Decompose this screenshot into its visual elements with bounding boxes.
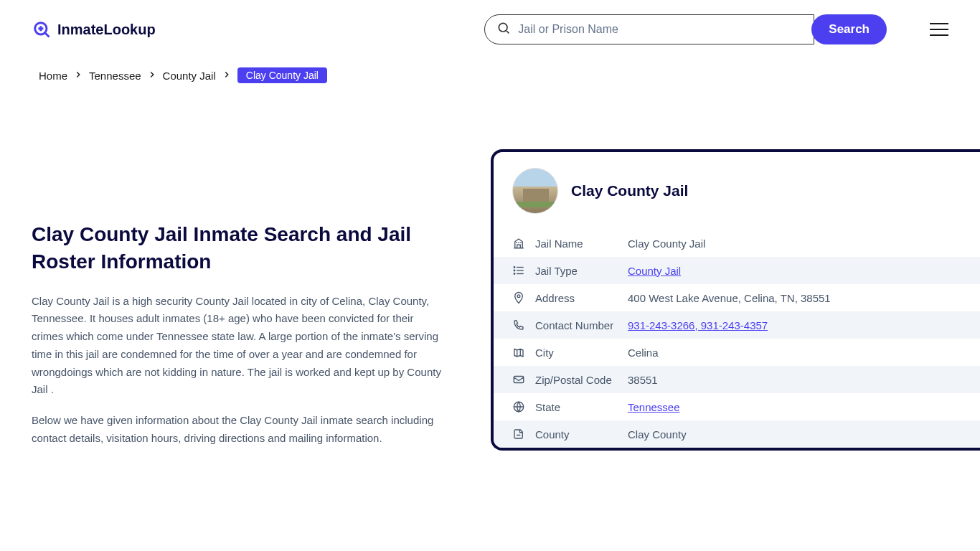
info-label: Jail Type (535, 265, 618, 277)
info-value: 400 West Lake Avenue, Celina, TN, 38551 (628, 292, 831, 304)
search-box (484, 14, 814, 44)
info-row: Jail TypeCounty Jail (494, 257, 980, 284)
building-icon (512, 237, 525, 250)
info-row: Contact Number931-243-3266, 931-243-4357 (494, 311, 980, 339)
info-label: Zip/Postal Code (535, 374, 618, 386)
jail-avatar (512, 168, 558, 214)
chevron-right-icon (147, 70, 157, 82)
logo-icon (32, 19, 52, 39)
breadcrumb-county-jail[interactable]: County Jail (163, 70, 216, 82)
svg-point-9 (514, 267, 515, 268)
info-value[interactable]: 931-243-3266, 931-243-4357 (628, 319, 768, 331)
description-1: Clay County Jail is a high security Coun… (32, 293, 448, 400)
info-row: Jail NameClay County Jail (494, 230, 980, 257)
svg-point-10 (514, 270, 515, 271)
map-icon (512, 346, 525, 359)
breadcrumb-current: Clay County Jail (237, 67, 327, 83)
info-label: State (535, 401, 618, 413)
svg-point-11 (514, 273, 515, 275)
svg-point-12 (517, 295, 520, 298)
info-row: Zip/Postal Code38551 (494, 366, 980, 393)
info-row: CountyClay County (494, 420, 980, 448)
search-container: Search (484, 14, 887, 44)
svg-point-4 (499, 23, 508, 32)
globe-icon (512, 400, 525, 413)
left-column: Clay County Jail Inmate Search and Jail … (32, 149, 448, 461)
search-icon (496, 21, 511, 38)
breadcrumb-tennessee[interactable]: Tennessee (89, 70, 141, 82)
info-row: Address400 West Lake Avenue, Celina, TN,… (494, 284, 980, 311)
svg-line-5 (507, 31, 509, 33)
description-2: Below we have given information about th… (32, 412, 448, 448)
location-icon (512, 291, 525, 304)
card-header: Clay County Jail (494, 152, 980, 230)
mail-icon (512, 373, 525, 386)
breadcrumb-home[interactable]: Home (39, 70, 67, 82)
menu-icon[interactable] (930, 23, 948, 36)
page-title: Clay County Jail Inmate Search and Jail … (32, 221, 448, 276)
card-title: Clay County Jail (571, 182, 688, 199)
info-label: City (535, 347, 618, 359)
right-column: Clay County Jail Jail NameClay County Ja… (491, 149, 980, 461)
info-card: Clay County Jail Jail NameClay County Ja… (491, 149, 980, 451)
document-icon (512, 428, 525, 441)
breadcrumb: Home Tennessee County Jail Clay County J… (0, 59, 980, 92)
main-content: Clay County Jail Inmate Search and Jail … (0, 149, 980, 461)
info-value[interactable]: County Jail (628, 265, 681, 277)
info-value: Celina (628, 347, 659, 359)
chevron-right-icon (73, 70, 83, 82)
logo[interactable]: InmateLookup (32, 19, 156, 39)
info-row: CityCelina (494, 339, 980, 366)
info-row: StateTennessee (494, 393, 980, 420)
info-label: Address (535, 292, 618, 304)
info-value: Clay County Jail (628, 237, 705, 250)
header: InmateLookup Search (0, 0, 980, 59)
search-input[interactable] (518, 23, 802, 36)
info-label: County (535, 428, 618, 441)
info-value: 38551 (628, 374, 658, 386)
logo-text: InmateLookup (57, 22, 156, 38)
info-label: Jail Name (535, 237, 618, 250)
svg-line-1 (45, 33, 49, 37)
list-icon (512, 264, 525, 277)
phone-icon (512, 319, 525, 331)
info-label: Contact Number (535, 319, 618, 331)
info-value[interactable]: Tennessee (628, 401, 680, 413)
info-value: Clay County (628, 428, 687, 441)
search-button[interactable]: Search (811, 14, 887, 44)
chevron-right-icon (222, 70, 232, 82)
